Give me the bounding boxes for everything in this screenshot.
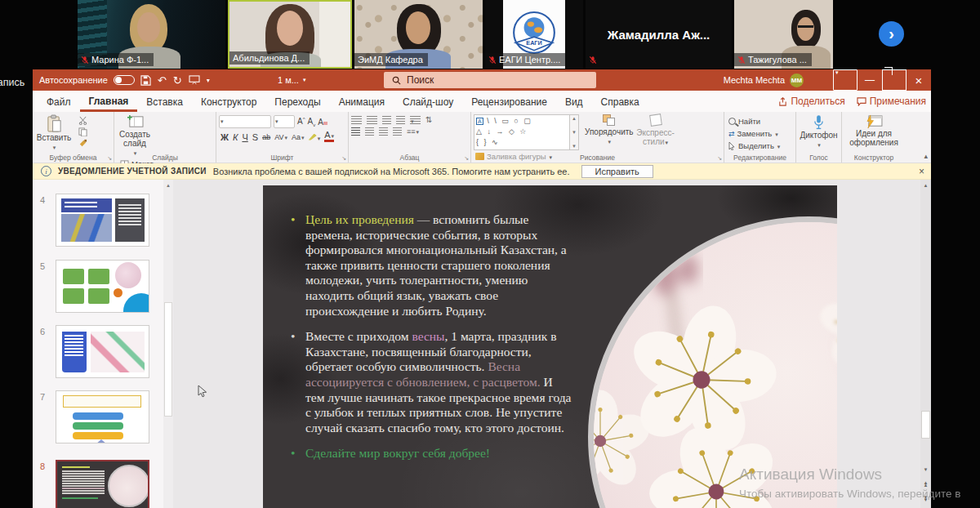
fix-button[interactable]: Исправить [581, 165, 653, 178]
start-presentation-icon[interactable] [189, 75, 200, 85]
scroll-down-icon[interactable]: ▼ [920, 464, 931, 475]
shrink-font-button[interactable]: Аv [308, 117, 316, 127]
slide-thumbnail-4[interactable] [56, 194, 149, 247]
arrange-button[interactable]: Упорядочить [586, 114, 633, 146]
paste-button[interactable]: Вставить [35, 114, 73, 152]
slides-group: Создать слайд Макет Восстановить Раздел … [114, 112, 216, 163]
font-dialog-launcher-icon[interactable]: ↘ [341, 155, 346, 162]
copy-button[interactable] [78, 127, 87, 136]
new-slide-button[interactable]: Создать слайд [117, 114, 153, 158]
numbering-button[interactable] [367, 116, 377, 124]
tab-transitions[interactable]: Переходы [265, 91, 329, 112]
scroll-up-icon[interactable]: ▲ [920, 180, 931, 190]
drawing-dialog-launcher-icon[interactable]: ↘ [717, 155, 722, 162]
save-icon[interactable] [140, 75, 151, 86]
quick-styles-button[interactable]: Экспресс- стили [635, 114, 676, 147]
slide-thumbnail-7[interactable] [56, 390, 149, 443]
tab-review[interactable]: Рецензирование [462, 91, 556, 112]
increase-indent-button[interactable] [396, 116, 405, 124]
tab-help[interactable]: Справка [592, 91, 648, 112]
work-area: 4 5 6 [33, 180, 931, 508]
canvas-scrollbar-thumb[interactable] [921, 411, 930, 439]
scroll-up-icon[interactable]: ▲ [163, 180, 173, 190]
font-color-button[interactable]: А [324, 131, 334, 142]
grow-font-button[interactable]: А^ [297, 117, 305, 126]
next-slide-button[interactable]: ▼▼ [920, 493, 931, 504]
text-shadow-button[interactable]: S [252, 132, 258, 142]
participant-tile-zhamadilla[interactable]: Жамадилла Аж... [586, 0, 732, 69]
undo-icon[interactable]: ↶ [158, 74, 167, 87]
tab-view[interactable]: Вид [556, 91, 592, 112]
slide-thumbnail-5[interactable] [56, 260, 149, 313]
account-name: Mechta Mechta [724, 75, 785, 85]
text-direction-button[interactable]: ⇅ [425, 115, 432, 124]
tab-file[interactable]: Файл [38, 91, 80, 112]
format-painter-button[interactable] [78, 139, 87, 148]
thumbnail-scrollbar[interactable]: ▲ [163, 180, 173, 508]
columns-button[interactable]: ≡≡ [407, 127, 419, 136]
highlight-pen-button[interactable] [309, 132, 321, 142]
restore-button[interactable] [882, 69, 906, 91]
paste-dropdown-icon[interactable] [52, 142, 56, 152]
tab-insert[interactable]: Вставка [137, 91, 192, 112]
design-ideas-button[interactable]: Идеи для оформления [844, 114, 903, 147]
blossom-photo-circle[interactable] [588, 216, 837, 508]
participant-tile-tazhigulova[interactable]: Тажигулова ... [734, 0, 833, 69]
previous-slide-button[interactable]: ▲▲ [920, 479, 931, 489]
slide-thumbnail-8-selected[interactable] [56, 460, 149, 508]
cut-button[interactable] [78, 116, 87, 125]
strikethrough-button[interactable]: ab [262, 133, 270, 141]
title-dropdown-icon[interactable]: ▾ [303, 77, 306, 83]
align-center-button[interactable] [365, 127, 374, 136]
tab-design[interactable]: Конструктор [192, 91, 265, 112]
thumbnail-scrollbar-thumb[interactable] [164, 302, 172, 417]
underline-button[interactable]: Ч [242, 132, 247, 142]
canvas-scrollbar[interactable]: ▲ ▼ ▲▲ ▼▼ [920, 180, 931, 508]
autosave-toggle[interactable] [114, 75, 135, 85]
tab-animations[interactable]: Анимация [330, 91, 394, 112]
share-button[interactable]: Поделиться [778, 96, 844, 107]
bold-button[interactable]: Ж [220, 132, 229, 142]
font-name-select[interactable] [219, 115, 271, 128]
ribbon-display-options-button[interactable] [833, 69, 858, 91]
italic-button[interactable]: К [233, 132, 238, 142]
customize-qat-icon[interactable]: ▾ [207, 77, 210, 84]
minimize-button[interactable]: — [858, 69, 882, 91]
notification-close-icon[interactable]: × [919, 166, 924, 177]
align-left-button[interactable] [351, 127, 360, 136]
shapes-gallery-scroll[interactable]: ▲▼▼ [570, 114, 579, 150]
clipboard-dialog-launcher-icon[interactable]: ↘ [107, 155, 112, 162]
participant-tile-eimd[interactable]: ЭиМД Кафедра [354, 0, 483, 69]
current-slide[interactable]: • Цель их проведения — вспомнить былые в… [263, 185, 837, 508]
participant-tile-eagi[interactable]: ЕАГИ ЕАГИ Центр.... [485, 0, 583, 69]
justify-button[interactable] [393, 127, 402, 136]
slide-thumbnail-6[interactable] [56, 325, 149, 378]
participant-tile-abildinova-speaking[interactable]: Абильдинова Д... [228, 0, 352, 69]
find-button[interactable]: Найти [728, 117, 780, 126]
textbox-shape-icon[interactable]: A [476, 118, 483, 125]
clear-formatting-button[interactable]: А [318, 118, 327, 127]
search-input[interactable]: Поиск [384, 72, 596, 88]
tab-slideshow[interactable]: Слайд-шоу [394, 91, 462, 112]
paragraph-dialog-launcher-icon[interactable]: ↘ [464, 155, 469, 162]
decrease-indent-button[interactable] [382, 116, 391, 124]
slide-text-placeholder[interactable]: • Цель их проведения — вспомнить былые в… [287, 212, 575, 472]
replace-button[interactable]: ⇄Заменить [728, 129, 780, 138]
character-spacing-button[interactable]: AV [274, 133, 287, 141]
collapse-ribbon-icon[interactable]: ▴ [924, 152, 928, 160]
next-participants-button[interactable]: › [879, 21, 904, 47]
bullets-button[interactable] [351, 116, 362, 124]
line-spacing-button[interactable] [410, 116, 421, 124]
select-button[interactable]: Выделить [728, 141, 780, 150]
tab-home[interactable]: Главная [80, 91, 138, 112]
comments-button[interactable]: Примечания [857, 96, 926, 107]
font-size-select[interactable] [274, 115, 295, 128]
shapes-gallery[interactable]: A \ \ ▭ ○ ▢ △ ↓ → ◇ ☆ { } ∿ [474, 114, 570, 150]
align-right-button[interactable] [379, 127, 388, 136]
participant-tile-marina[interactable]: Марина Ф-1... [78, 0, 225, 69]
close-button[interactable]: × [906, 69, 931, 91]
change-case-button[interactable]: Аа [292, 133, 305, 141]
account-info[interactable]: Mechta Mechta MM [724, 74, 804, 87]
dictate-button[interactable]: Диктофон [799, 114, 839, 149]
redo-icon[interactable]: ↻ [173, 74, 182, 87]
